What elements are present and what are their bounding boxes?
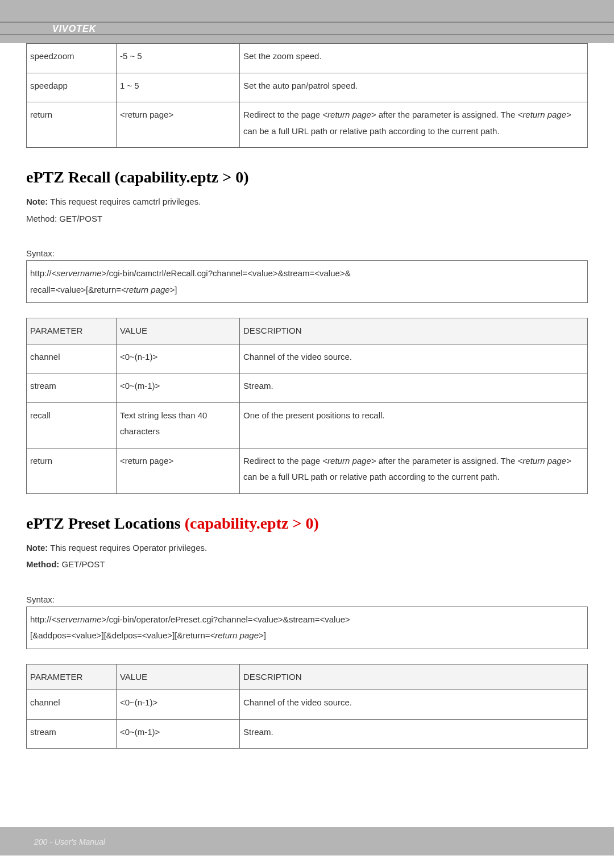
cell-param: speedzoom: [27, 44, 117, 73]
servername-italic: <servername>: [52, 614, 107, 624]
syntax-text: /cgi-bin/operator/ePreset.cgi?channel=<v…: [106, 614, 350, 624]
cell-desc: Stream.: [240, 373, 588, 403]
header-value: VALUE: [116, 318, 239, 344]
header-bar: VIVOTEK: [0, 0, 614, 43]
note-text: This request requires Operator privilege…: [48, 543, 207, 553]
table-row: channel <0~(n-1)> Channel of the video s…: [27, 344, 588, 373]
desc-text: Redirect to the page: [243, 456, 322, 466]
cell-desc: One of the present positions to recall.: [240, 402, 588, 448]
note-text: This request requires camctrl privileges…: [48, 197, 201, 206]
cell-param: return: [27, 102, 117, 148]
cell-desc: Set the zoom speed.: [240, 44, 588, 73]
syntax-text: ]: [264, 630, 266, 640]
desc-text: can be a full URL path or relative path …: [243, 472, 500, 481]
syntax-box: http://<servername>/cgi-bin/camctrl/eRec…: [26, 260, 588, 303]
cell-value: Text string less than 40 characters: [116, 402, 239, 448]
header-desc: DESCRIPTION: [240, 664, 588, 690]
return-page-italic: <return page>: [121, 285, 175, 294]
cell-value: <0~(n-1)>: [116, 690, 239, 720]
note-line: Note: This request requires Operator pri…: [26, 541, 588, 555]
cell-param: return: [27, 448, 117, 493]
cell-value: <return page>: [116, 448, 239, 493]
return-page-italic: <return page>: [322, 110, 376, 119]
method-text: GET/POST: [59, 559, 105, 569]
cell-desc: Channel of the video source.: [240, 690, 588, 720]
syntax-text: recall=<value>[&return=: [30, 285, 121, 294]
page-footer: 200 - User's Manual: [0, 827, 614, 855]
desc-text: Redirect to the page: [243, 110, 322, 119]
cell-param: recall: [27, 402, 117, 448]
desc-text: after the parameter is assigned. The: [376, 456, 518, 466]
note-line: Note: This request requires camctrl priv…: [26, 194, 588, 209]
cell-value: <0~(n-1)>: [116, 344, 239, 373]
servername-italic: <servername>: [52, 268, 107, 278]
return-page-italic: <return page>: [322, 456, 376, 466]
syntax-box: http://<servername>/cgi-bin/operator/ePr…: [26, 607, 588, 649]
method-line: Method: GET/POST: [26, 557, 588, 572]
desc-text: can be a full URL path or relative path …: [243, 126, 500, 136]
footer-text: 200 - User's Manual: [34, 837, 105, 846]
brand-logo: VIVOTEK: [52, 24, 96, 34]
method-label: Method:: [26, 559, 59, 569]
cell-param: speedapp: [27, 73, 117, 102]
table-row: return <return page> Redirect to the pag…: [27, 102, 588, 148]
recall-param-table: PARAMETER VALUE DESCRIPTION channel <0~(…: [26, 318, 588, 494]
header-value: VALUE: [116, 664, 239, 690]
cell-desc: Redirect to the page <return page> after…: [240, 102, 588, 148]
header-desc: DESCRIPTION: [240, 318, 588, 344]
table-row: stream <0~(m-1)> Stream.: [27, 373, 588, 403]
syntax-label: Syntax:: [26, 595, 588, 604]
table-row: return <return page> Redirect to the pag…: [27, 448, 588, 493]
syntax-text: [&addpos=<value>][&delpos=<value>][&retu…: [30, 630, 210, 640]
cell-desc: Redirect to the page <return page> after…: [240, 448, 588, 493]
cell-desc: Set the auto pan/patrol speed.: [240, 73, 588, 102]
document-page: VIVOTEK speedzoom -5 ~ 5 Set the zoom sp…: [0, 0, 614, 868]
note-label: Note:: [26, 197, 48, 206]
top-partial-table: speedzoom -5 ~ 5 Set the zoom speed. spe…: [26, 43, 588, 148]
cell-desc: Channel of the video source.: [240, 344, 588, 373]
cell-param: channel: [27, 344, 117, 373]
cell-value: <return page>: [116, 102, 239, 148]
cell-param: stream: [27, 719, 117, 749]
cell-value: <0~(m-1)>: [116, 373, 239, 403]
header-param: PARAMETER: [27, 318, 117, 344]
table-row: speedzoom -5 ~ 5 Set the zoom speed.: [27, 44, 588, 73]
table-row: stream <0~(m-1)> Stream.: [27, 719, 588, 749]
return-page-italic: <return page>: [210, 630, 264, 640]
syntax-text: /cgi-bin/camctrl/eRecall.cgi?channel=<va…: [106, 268, 350, 278]
table-header-row: PARAMETER VALUE DESCRIPTION: [27, 318, 588, 344]
syntax-text: ]: [175, 285, 177, 294]
cell-desc: Stream.: [240, 719, 588, 749]
syntax-text: http://: [30, 268, 52, 278]
desc-text: after the parameter is assigned. The: [376, 110, 518, 119]
syntax-label: Syntax:: [26, 248, 588, 258]
table-row: channel <0~(n-1)> Channel of the video s…: [27, 690, 588, 720]
section-heading-eptz-recall: ePTZ Recall (capability.eptz > 0): [26, 168, 588, 186]
cell-value: 1 ~ 5: [116, 73, 239, 102]
cell-value: -5 ~ 5: [116, 44, 239, 73]
return-page-italic: <return page>: [518, 456, 571, 466]
return-page-italic: <return page>: [518, 110, 571, 119]
heading-capability-red: (capability.eptz > 0): [185, 514, 319, 532]
preset-param-table: PARAMETER VALUE DESCRIPTION channel <0~(…: [26, 664, 588, 749]
note-label: Note:: [26, 543, 48, 553]
table-row: speedapp 1 ~ 5 Set the auto pan/patrol s…: [27, 73, 588, 102]
section-heading-eptz-preset: ePTZ Preset Locations (capability.eptz >…: [26, 514, 588, 533]
header-param: PARAMETER: [27, 664, 117, 690]
cell-param: channel: [27, 690, 117, 720]
method-line: Method: GET/POST: [26, 211, 588, 226]
cell-value: <0~(m-1)>: [116, 719, 239, 749]
table-header-row: PARAMETER VALUE DESCRIPTION: [27, 664, 588, 690]
cell-param: stream: [27, 373, 117, 403]
heading-text: ePTZ Preset Locations: [26, 514, 185, 532]
table-row: recall Text string less than 40 characte…: [27, 402, 588, 448]
syntax-text: http://: [30, 614, 52, 624]
